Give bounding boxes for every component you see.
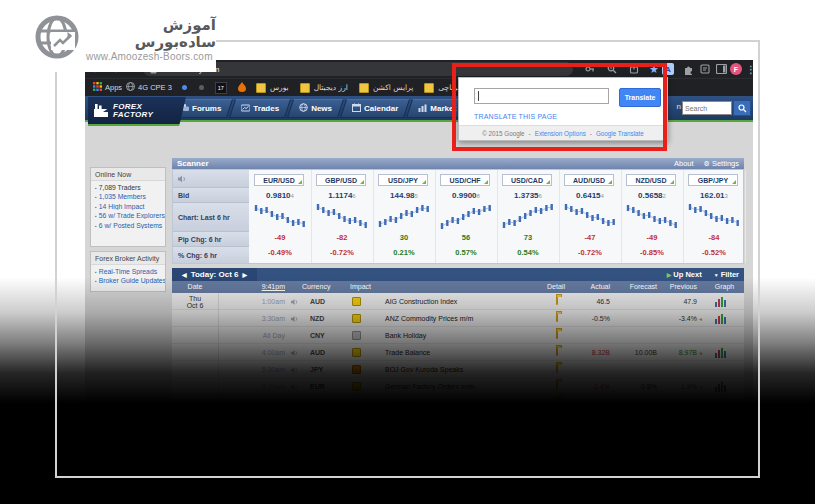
sidebar-item-label[interactable]: 56 w/ Trade Explorers	[99, 212, 165, 219]
sidebar-item-label[interactable]: 14 High Impact	[99, 203, 145, 210]
sidebar-item-label[interactable]: 6 w/ Posted Systems	[99, 222, 162, 229]
flame-icon[interactable]	[238, 82, 246, 94]
extension-options-link[interactable]: Extension Options	[535, 130, 586, 137]
bookmark-item[interactable]: ارز دیجیتال	[300, 83, 348, 93]
translate-input[interactable]	[474, 88, 609, 104]
impact-badge[interactable]	[352, 331, 361, 340]
sidebar-item-label[interactable]: 1,035 Members	[99, 193, 146, 200]
detail-folder-icon[interactable]	[556, 399, 558, 406]
speaker-icon[interactable]	[291, 400, 299, 409]
calendar-row[interactable]: ThuOct 61:00amAUDAIG Construction Index4…	[172, 293, 744, 310]
pair-header[interactable]: AUD/USD	[564, 174, 614, 186]
settings-link[interactable]: Settings	[712, 159, 739, 168]
translate-button[interactable]: Translate	[619, 88, 661, 107]
pair-header[interactable]: EUR/USD	[254, 174, 304, 186]
col-time[interactable]: 9:41pm	[235, 283, 285, 290]
about-link[interactable]: About	[674, 159, 694, 168]
graph-icon[interactable]	[715, 347, 726, 359]
speaker-icon[interactable]	[291, 349, 299, 358]
detail-folder-icon[interactable]	[556, 382, 558, 389]
sidebar-item[interactable]: ▪Broker Guide Updates	[91, 275, 165, 285]
calendar-row[interactable]: 12:00pmGBPConstruction PMI52.348.149.2	[172, 395, 744, 412]
sidebar-item[interactable]: ▪1,035 Members	[91, 191, 165, 201]
google-translate-link[interactable]: Google Translate	[596, 130, 644, 137]
impact-badge[interactable]	[352, 399, 361, 408]
event-title[interactable]: BOJ Gov Kuroda Speaks	[385, 366, 463, 373]
graph-icon[interactable]	[715, 398, 726, 410]
tile-17-icon[interactable]: 17	[215, 82, 227, 94]
calendar-row[interactable]: 4:00amAUDTrade Balance8.32B10.00B8.97B◂	[172, 344, 744, 361]
impact-badge[interactable]	[352, 382, 361, 391]
impact-badge[interactable]	[352, 314, 361, 323]
menu-dots-icon[interactable]: ⋮	[744, 62, 753, 76]
sidebar-item-label[interactable]: Broker Guide Updates	[99, 277, 165, 284]
search-input[interactable]	[682, 101, 732, 115]
bookmark-item[interactable]: بورس	[256, 83, 289, 93]
event-title[interactable]: AIG Construction Index	[385, 298, 457, 305]
tab-market[interactable]: Market	[409, 99, 465, 118]
calendar-row[interactable]: All DayCNYBank Holiday	[172, 327, 744, 344]
sidebar-item[interactable]: ▪6 w/ Posted Systems	[91, 219, 165, 229]
apps-label[interactable]: Apps	[105, 83, 122, 92]
avatar[interactable]: F	[729, 62, 743, 76]
calendar-row[interactable]: 5:30amJPYBOJ Gov Kuroda Speaks	[172, 361, 744, 378]
dot-icon[interactable]	[199, 85, 204, 90]
sidebar-item-label[interactable]: Real-Time Spreads	[99, 268, 157, 275]
sidebar-item[interactable]: ▪56 w/ Trade Explorers	[91, 210, 165, 220]
pair-header[interactable]: GBP/JPY	[688, 174, 738, 186]
event-title[interactable]: Construction PMI	[385, 400, 439, 407]
key-icon[interactable]	[583, 62, 597, 76]
sidebar-item[interactable]: ▪Real-Time Spreads	[91, 265, 165, 275]
up-next-link[interactable]: Up Next	[673, 270, 701, 279]
apps-grid-icon[interactable]	[93, 82, 102, 93]
calendar-row[interactable]: GBPHousing Equity Withdrawal q/q-5.1B-8.…	[172, 412, 744, 415]
detail-folder-icon[interactable]	[556, 314, 558, 321]
impact-badge[interactable]	[352, 365, 361, 374]
graph-icon[interactable]	[715, 381, 726, 393]
speaker-icon[interactable]	[173, 170, 249, 188]
tab-news[interactable]: News	[290, 99, 341, 118]
translate-this-page-link[interactable]: TRANSLATE THIS PAGE	[474, 113, 557, 120]
share-icon[interactable]	[627, 62, 641, 76]
star-icon[interactable]: ★	[647, 62, 661, 76]
notes-icon[interactable]	[698, 62, 712, 76]
network-bookmark-label[interactable]: 4G CPE 3	[138, 83, 172, 92]
impact-badge[interactable]	[352, 348, 361, 357]
calendar-row[interactable]: 3:30amNZDANZ Commodity Prices m/m-0.5%-3…	[172, 310, 744, 327]
speaker-icon[interactable]	[291, 298, 299, 307]
speaker-icon[interactable]	[291, 315, 299, 324]
bookmark-item[interactable]: پرایس اکشن	[359, 83, 413, 93]
zoom-icon[interactable]	[605, 62, 619, 76]
search-button[interactable]	[733, 100, 751, 116]
detail-folder-icon[interactable]	[556, 365, 558, 372]
pair-header[interactable]: GBP/USD	[316, 174, 366, 186]
pin-icon[interactable]	[182, 85, 187, 90]
pair-header[interactable]: USD/CHF	[440, 174, 490, 186]
detail-folder-icon[interactable]	[556, 297, 558, 304]
event-title[interactable]: Bank Holiday	[385, 332, 426, 339]
event-title[interactable]: Trade Balance	[385, 349, 430, 356]
event-title[interactable]: German Factory Orders m/m	[385, 383, 474, 390]
speaker-icon[interactable]	[291, 366, 299, 375]
impact-badge[interactable]	[352, 297, 361, 306]
forexfactory-logo[interactable]: FOREXFACTORY	[88, 97, 186, 126]
side-panel-icon[interactable]	[714, 62, 728, 76]
detail-folder-icon[interactable]	[556, 331, 558, 338]
tab-calendar[interactable]: Calendar	[343, 99, 407, 118]
graph-icon[interactable]	[715, 313, 726, 325]
chevron-left-icon[interactable]: ◀	[182, 271, 187, 278]
event-title[interactable]: ANZ Commodity Prices m/m	[385, 315, 473, 322]
extensions-puzzle-icon[interactable]	[681, 62, 695, 76]
pair-header[interactable]: NZD/USD	[626, 174, 676, 186]
pair-header[interactable]: USD/JPY	[378, 174, 428, 186]
detail-folder-icon[interactable]	[556, 348, 558, 355]
pair-header[interactable]: USD/CAD	[502, 174, 552, 186]
sidebar-item[interactable]: ▪14 High Impact	[91, 200, 165, 210]
translate-icon[interactable]: A	[661, 62, 675, 76]
filter-link[interactable]: Filter	[721, 270, 739, 279]
calendar-row[interactable]: 9:30amEURGerman Factory Orders m/m-2.4%-…	[172, 378, 744, 395]
tab-trades[interactable]: Trades	[232, 99, 288, 118]
chevron-right-icon[interactable]: ▶	[242, 271, 247, 278]
calendar-today[interactable]: ◀ Today: Oct 6 ▶	[172, 268, 257, 281]
graph-icon[interactable]	[715, 296, 726, 308]
